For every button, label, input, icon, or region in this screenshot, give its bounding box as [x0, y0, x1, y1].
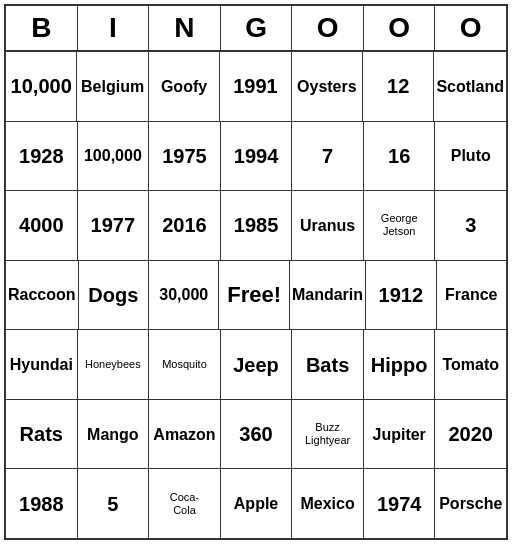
cell-0-4: Oysters	[292, 52, 363, 121]
cell-4-4: Bats	[292, 330, 364, 399]
cell-6-2: Coca-Cola	[149, 469, 221, 538]
bingo-row-6: 19885Coca-ColaAppleMexico1974Porsche	[6, 469, 506, 538]
bingo-row-3: RaccoonDogs30,000Free!Mandarin1912France	[6, 261, 506, 331]
cell-0-5: 12	[363, 52, 434, 121]
cell-0-6: Scotland	[434, 52, 506, 121]
cell-3-1: Dogs	[79, 261, 149, 330]
header-col-B: B	[6, 6, 78, 50]
cell-1-5: 16	[364, 122, 436, 191]
cell-1-4: 7	[292, 122, 364, 191]
cell-5-3: 360	[221, 400, 293, 469]
cell-1-2: 1975	[149, 122, 221, 191]
header-col-O: O	[292, 6, 364, 50]
cell-2-2: 2016	[149, 191, 221, 260]
bingo-row-4: HyundaiHoneybeesMosquitoJeepBatsHippoTom…	[6, 330, 506, 400]
cell-6-3: Apple	[221, 469, 293, 538]
cell-2-0: 4000	[6, 191, 78, 260]
cell-6-0: 1988	[6, 469, 78, 538]
cell-1-6: Pluto	[435, 122, 506, 191]
cell-5-5: Jupiter	[364, 400, 436, 469]
bingo-card: BINGOOO 10,000BelgiumGoofy1991Oysters12S…	[4, 4, 508, 540]
cell-4-5: Hippo	[364, 330, 436, 399]
cell-1-3: 1994	[221, 122, 293, 191]
bingo-body: 10,000BelgiumGoofy1991Oysters12Scotland1…	[6, 52, 506, 538]
cell-3-3: Free!	[219, 261, 289, 330]
cell-5-1: Mango	[78, 400, 150, 469]
bingo-row-2: 4000197720161985UranusGeorgeJetson3	[6, 191, 506, 261]
bingo-row-1: 1928100,00019751994716Pluto	[6, 122, 506, 192]
cell-3-6: France	[437, 261, 506, 330]
cell-6-6: Porsche	[435, 469, 506, 538]
cell-4-0: Hyundai	[6, 330, 78, 399]
cell-2-1: 1977	[78, 191, 150, 260]
cell-1-0: 1928	[6, 122, 78, 191]
cell-2-3: 1985	[221, 191, 293, 260]
bingo-header: BINGOOO	[6, 6, 506, 52]
cell-3-4: Mandarin	[290, 261, 366, 330]
cell-3-0: Raccoon	[6, 261, 79, 330]
cell-2-5: GeorgeJetson	[364, 191, 436, 260]
cell-3-2: 30,000	[149, 261, 219, 330]
header-col-O: O	[435, 6, 506, 50]
cell-0-2: Goofy	[149, 52, 220, 121]
cell-2-6: 3	[435, 191, 506, 260]
cell-1-1: 100,000	[78, 122, 150, 191]
cell-4-1: Honeybees	[78, 330, 150, 399]
cell-5-2: Amazon	[149, 400, 221, 469]
cell-3-5: 1912	[366, 261, 436, 330]
cell-4-3: Jeep	[221, 330, 293, 399]
cell-4-2: Mosquito	[149, 330, 221, 399]
header-col-O: O	[364, 6, 436, 50]
cell-0-0: 10,000	[6, 52, 77, 121]
cell-0-1: Belgium	[77, 52, 148, 121]
cell-5-0: Rats	[6, 400, 78, 469]
cell-6-4: Mexico	[292, 469, 364, 538]
cell-0-3: 1991	[220, 52, 291, 121]
cell-5-4: BuzzLightyear	[292, 400, 364, 469]
cell-4-6: Tomato	[435, 330, 506, 399]
header-col-N: N	[149, 6, 221, 50]
bingo-row-5: RatsMangoAmazon360BuzzLightyearJupiter20…	[6, 400, 506, 470]
cell-6-1: 5	[78, 469, 150, 538]
header-col-I: I	[78, 6, 150, 50]
bingo-row-0: 10,000BelgiumGoofy1991Oysters12Scotland	[6, 52, 506, 122]
cell-5-6: 2020	[435, 400, 506, 469]
cell-2-4: Uranus	[292, 191, 364, 260]
cell-6-5: 1974	[364, 469, 436, 538]
header-col-G: G	[221, 6, 293, 50]
